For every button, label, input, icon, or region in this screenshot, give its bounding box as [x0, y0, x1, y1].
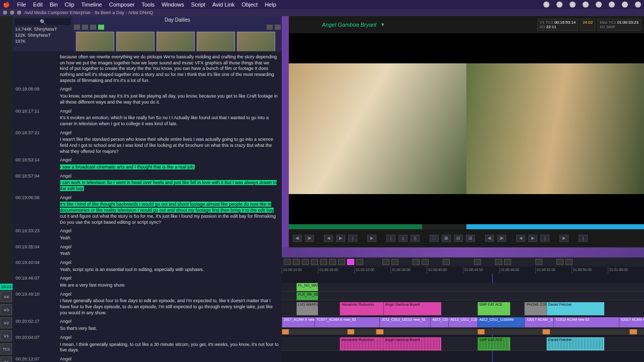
tl-tool-icon[interactable]	[329, 259, 336, 265]
clip-thumbnail[interactable]	[237, 32, 275, 52]
audio-clip[interactable]: Daniel Fletcher	[546, 337, 604, 350]
tl-tool-icon[interactable]	[338, 259, 345, 265]
tl-tool-icon[interactable]	[422, 259, 429, 265]
play-button[interactable]: ▶	[367, 235, 376, 242]
tl-tool-icon[interactable]	[320, 259, 327, 265]
tl-tool-icon[interactable]	[382, 259, 389, 265]
bin-search-icon[interactable]	[267, 25, 273, 30]
menu-windows[interactable]: Windows	[162, 2, 184, 8]
mark-button[interactable]: ]	[348, 235, 357, 242]
status-icon[interactable]	[609, 2, 615, 8]
track-selector-tc1[interactable]: TC1	[1, 343, 12, 354]
timeline-clip[interactable]: X2017 ACAM new_0	[619, 317, 644, 327]
tl-tool-icon[interactable]	[284, 259, 291, 265]
wifi-icon[interactable]	[635, 2, 641, 8]
clip-thumbnail[interactable]	[156, 32, 195, 52]
tl-tool-icon[interactable]	[566, 259, 573, 265]
extract-button[interactable]: ▥	[466, 235, 475, 242]
bin-search-input[interactable]: 🔍	[15, 18, 71, 25]
status-icon[interactable]	[596, 2, 602, 8]
track-selector-a1[interactable]: A1	[1, 356, 12, 362]
timeline-clip[interactable]: PHONE COMP 1	[524, 302, 546, 315]
composer-tab[interactable]	[282, 16, 289, 247]
transcript-panel[interactable]: because often we rewrite everything we d…	[13, 51, 282, 362]
timeline-clip[interactable]: SMP EAT ACE	[477, 302, 510, 315]
bin-view-icon[interactable]	[90, 25, 96, 30]
tl-tool-icon[interactable]	[535, 259, 542, 265]
mark-in-button[interactable]: [	[579, 235, 588, 242]
status-icon[interactable]	[622, 2, 628, 8]
window-max-icon[interactable]	[17, 11, 21, 15]
timeline-clip[interactable]: A012_C011_1106112	[448, 317, 477, 327]
timeline-ruler[interactable]: 01:00:24:0001:00:28:0001:00:32:0001:00:3…	[282, 266, 644, 274]
play-rev-button[interactable]: ◀	[516, 235, 525, 242]
menu-file[interactable]: File	[17, 2, 26, 8]
clip-thumbnail[interactable]	[197, 32, 235, 52]
source-clip-name[interactable]: Angel Gamboa Bryant	[322, 22, 376, 28]
menu-timeline[interactable]: Timeline	[82, 2, 102, 8]
tl-tool-icon[interactable]	[293, 259, 300, 265]
timeline-clip[interactable]: A015_C017_1031G new_01	[430, 317, 448, 327]
track-selector-v3[interactable]: V3	[1, 304, 12, 315]
step-fwd-button[interactable]: |▶	[305, 235, 314, 242]
menu-bin[interactable]: Bin	[50, 2, 58, 8]
mark-button[interactable]: ]	[540, 235, 549, 242]
track-selector-v1[interactable]: V1	[1, 330, 12, 341]
track-selector-v2[interactable]: V2	[1, 317, 12, 328]
timeline-clip[interactable]: TC012 ACAM new 03	[553, 317, 619, 327]
tl-tool-icon[interactable]	[556, 259, 564, 265]
apple-icon[interactable]: 🍎	[3, 2, 10, 8]
timeline-tracks[interactable]: FL_NO_MATTE FLR_RR_0010 LVO WARP,L_ Alex…	[282, 274, 644, 362]
record-monitor[interactable]	[466, 33, 644, 224]
overwrite-button[interactable]: ▦	[442, 235, 451, 242]
lift-button[interactable]: ▤	[454, 235, 463, 242]
play-button[interactable]: ▶	[528, 235, 537, 242]
track-selector-v4[interactable]: V4	[1, 291, 12, 302]
status-icon[interactable]	[556, 2, 562, 8]
audio-clip[interactable]: SMP EAT ACE	[477, 337, 510, 350]
menu-edit[interactable]: Edit	[33, 2, 43, 8]
timeline-clip[interactable]: FLR_RR_0010	[296, 292, 318, 300]
bin-lock-icon[interactable]	[98, 25, 104, 30]
window-min-icon[interactable]	[10, 11, 14, 15]
bin-view-icon[interactable]	[82, 25, 88, 30]
timeline-clip[interactable]: Alexander Rudomon	[340, 302, 383, 315]
tl-tool-icon[interactable]	[443, 259, 450, 265]
play-button[interactable]: ▶	[559, 235, 569, 242]
source-monitor[interactable]	[289, 33, 466, 224]
bin-col-b[interactable]: ShinyNewT	[34, 27, 57, 32]
tl-tool-icon[interactable]	[356, 259, 363, 265]
tl-tool-icon[interactable]	[474, 259, 481, 265]
status-icon[interactable]	[570, 2, 576, 8]
timeline-clip[interactable]: Daniel Fletcher	[546, 302, 604, 315]
timeline-clip[interactable]: X2017 ACAM _01	[524, 317, 553, 327]
status-icon[interactable]	[543, 2, 549, 8]
status-icon[interactable]	[583, 2, 589, 8]
timeline-clip[interactable]: Angel Gamboa Bryant	[383, 302, 441, 315]
tl-tool-icon[interactable]	[311, 259, 318, 265]
window-close-icon[interactable]	[3, 11, 7, 15]
timeline-clip[interactable]: FL_NO_MATTE	[296, 283, 318, 291]
tl-tool-icon[interactable]	[504, 259, 511, 265]
splice-button[interactable]: ⬚	[430, 235, 439, 242]
timeline-clip[interactable]: TC077_ACAM-E new_03	[314, 317, 380, 327]
step-fwd-button[interactable]: |▶	[497, 235, 506, 242]
mark-in-button[interactable]: [	[386, 235, 395, 242]
clip-thumbnail[interactable]	[76, 32, 114, 52]
tl-tool-icon[interactable]	[347, 259, 354, 265]
clip-thumbnail[interactable]	[116, 32, 154, 52]
timeline-clip[interactable]: 2012_C012_1031G new_01	[379, 317, 430, 327]
bin-col-b[interactable]: ShinyNewT	[28, 33, 51, 38]
menu-script[interactable]: Script	[191, 2, 205, 8]
tl-tool-icon[interactable]	[391, 259, 398, 265]
bin-menu-icon[interactable]	[275, 25, 281, 30]
play-rev-button[interactable]: ◀	[324, 235, 333, 242]
timeline-clip[interactable]: 2017_ACAM-X new_02	[282, 317, 314, 327]
menu-clip[interactable]: Clip	[65, 2, 74, 8]
timeline-clip[interactable]: A012_C011_1106MM	[477, 317, 525, 327]
menu-avidlink[interactable]: Avid Link	[212, 2, 234, 8]
bin-view-icon[interactable]	[74, 25, 80, 30]
menu-object[interactable]: Object	[242, 2, 258, 8]
play-button[interactable]: ▶	[336, 235, 345, 242]
tl-tool-icon[interactable]	[413, 259, 420, 265]
